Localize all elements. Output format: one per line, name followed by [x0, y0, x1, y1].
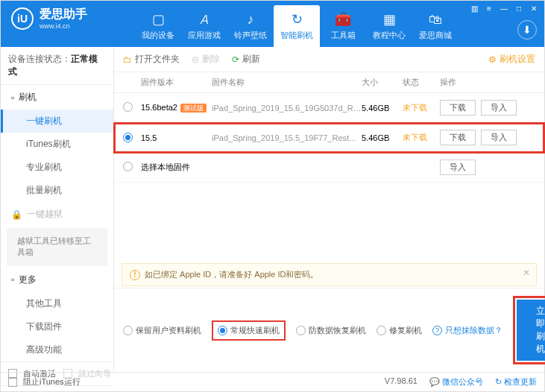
- close-notice-icon[interactable]: ✕: [523, 268, 530, 278]
- minimize-icon[interactable]: —: [498, 4, 510, 13]
- bag-icon: 🛍: [429, 12, 442, 28]
- nav-store[interactable]: 🛍爱思商城: [412, 5, 459, 47]
- download-circle-icon[interactable]: ⬇: [517, 20, 537, 39]
- btn-label: 刷新: [242, 53, 260, 66]
- logo-icon: iU: [11, 7, 34, 30]
- window-controls: ▥ ≡ — □ ✕: [468, 4, 540, 13]
- import-button[interactable]: 导入: [440, 159, 476, 175]
- sidebar-group-jailbreak[interactable]: 🔒一键越狱: [1, 202, 113, 227]
- opt-normal-flash[interactable]: 常规快速刷机: [212, 320, 286, 341]
- settings-icon[interactable]: ≡: [483, 4, 495, 13]
- local-firmware-row[interactable]: 选择本地固件 导入: [114, 153, 544, 183]
- import-button[interactable]: 导入: [481, 130, 517, 145]
- sidebar-item-batch[interactable]: 批量刷机: [1, 179, 113, 202]
- btn-label: 打开文件夹: [135, 53, 180, 66]
- checkbox-label: 阻止iTunes运行: [23, 376, 81, 388]
- block-itunes-checkbox[interactable]: 阻止iTunes运行: [8, 376, 81, 388]
- toolbox-icon: 🧰: [335, 11, 351, 28]
- firmware-row-selected[interactable]: 15.5 iPad_Spring_2019_15.5_19F77_Restore…: [114, 123, 544, 153]
- nav-apps[interactable]: 𝘈应用游戏: [181, 5, 227, 47]
- link-text: 只想抹除数据？: [445, 325, 503, 336]
- notice-text: 如已绑定 Apple ID，请准备好 Apple ID和密码。: [145, 269, 319, 280]
- sidebar-item-advanced[interactable]: 高级功能: [1, 338, 113, 361]
- radio-icon: [377, 326, 386, 335]
- firmware-row[interactable]: 15.6beta2测试版 iPad_Spring_2019_15.6_19G50…: [114, 93, 544, 123]
- sidebar-item-oneclick[interactable]: 一键刷机: [1, 110, 113, 133]
- open-folder-button[interactable]: 🗀打开文件夹: [123, 53, 180, 66]
- th-status: 状态: [403, 77, 440, 88]
- sidebar-group-flash[interactable]: ▫刷机: [1, 85, 113, 110]
- sidebar: 设备连接状态：正常模式 ▫刷机 一键刷机 iTunes刷机 专业刷机 批量刷机 …: [1, 47, 114, 372]
- import-button[interactable]: 导入: [481, 100, 517, 116]
- th-name: 固件名称: [212, 77, 362, 88]
- opt-keep-data[interactable]: 保留用户资料刷机: [123, 325, 201, 336]
- connection-status: 设备连接状态：正常模式: [1, 47, 113, 85]
- close-icon[interactable]: ✕: [528, 4, 540, 13]
- nav-flash[interactable]: ↻智能刷机: [274, 5, 320, 47]
- sidebar-item-itunes[interactable]: iTunes刷机: [1, 133, 113, 156]
- opt-label: 常规快速刷机: [230, 325, 280, 336]
- opt-label: 防数据恢复刷机: [309, 325, 366, 336]
- nav-ringtones[interactable]: ♪铃声壁纸: [227, 5, 274, 47]
- apple-id-notice: ! 如已绑定 Apple ID，请准备好 Apple ID和密码。 ✕: [122, 263, 537, 286]
- nav-my-device[interactable]: ▢我的设备: [135, 5, 181, 47]
- wechat-link[interactable]: 💬 微信公众号: [429, 376, 483, 388]
- sidebar-item-download-fw[interactable]: 下载固件: [1, 315, 113, 338]
- square-icon: ▫: [11, 274, 14, 285]
- jailbreak-note: 越狱工具已转移至工具箱: [7, 228, 107, 266]
- music-icon: ♪: [248, 12, 254, 28]
- nav-label: 爱思商城: [419, 30, 452, 41]
- erase-only-link[interactable]: ?只想抹除数据？: [432, 325, 503, 336]
- app-title: 爱思助手: [40, 7, 87, 22]
- fw-status: 未下载: [403, 132, 440, 143]
- fw-size: 5.46GB: [362, 104, 403, 113]
- maximize-icon[interactable]: □: [513, 4, 525, 13]
- nav-tutorials[interactable]: ▦教程中心: [366, 5, 412, 47]
- radio-icon: [296, 326, 306, 335]
- menu-icon[interactable]: ▥: [468, 4, 480, 13]
- nav-label: 应用游戏: [188, 30, 221, 41]
- flash-settings-button[interactable]: ⚙刷机设置: [488, 53, 535, 66]
- square-icon: ▫: [11, 92, 14, 103]
- gear-icon: ⚙: [488, 54, 497, 65]
- sidebar-item-pro[interactable]: 专业刷机: [1, 156, 113, 179]
- fw-name: iPad_Spring_2019_15.6_19G5037d_Restore.i…: [212, 104, 362, 113]
- fw-version: 15.6beta2: [141, 103, 177, 112]
- main-panel: 🗀打开文件夹 ⊖删除 ⟳刷新 ⚙刷机设置 固件版本 固件名称 大小 状态 操作 …: [114, 47, 544, 372]
- btn-label: 删除: [202, 53, 220, 66]
- radio-icon: [218, 326, 227, 335]
- update-icon: ↻: [495, 377, 502, 386]
- download-button[interactable]: 下载: [440, 100, 476, 116]
- refresh-button[interactable]: ⟳刷新: [232, 53, 260, 66]
- row-radio[interactable]: [123, 102, 133, 112]
- flash-now-button[interactable]: 立即刷机: [517, 300, 545, 361]
- nav-label: 铃声壁纸: [234, 30, 267, 41]
- th-version: 固件版本: [141, 77, 212, 88]
- sidebar-item-other[interactable]: 其他工具: [1, 292, 113, 315]
- device-icon: ▢: [152, 11, 165, 28]
- opt-label: 保留用户资料刷机: [136, 325, 201, 336]
- refresh-icon: ⟳: [232, 54, 239, 65]
- opt-label: 修复刷机: [389, 325, 422, 336]
- refresh-icon: ↻: [292, 11, 303, 28]
- row-radio[interactable]: [123, 162, 133, 171]
- download-button[interactable]: 下载: [440, 130, 476, 145]
- radio-icon: [123, 326, 133, 335]
- local-fw-label: 选择本地固件: [141, 162, 251, 173]
- sidebar-group-more[interactable]: ▫更多: [1, 268, 113, 292]
- wechat-icon: 💬: [429, 377, 440, 386]
- row-radio[interactable]: [123, 133, 133, 142]
- btn-label: 刷机设置: [500, 53, 535, 66]
- apps-icon: 𝘈: [201, 12, 209, 28]
- delete-button[interactable]: ⊖删除: [192, 53, 220, 66]
- th-size: 大小: [362, 77, 403, 88]
- table-header: 固件版本 固件名称 大小 状态 操作: [114, 72, 544, 93]
- check-update-link[interactable]: ↻ 检查更新: [495, 376, 537, 388]
- fw-name: iPad_Spring_2019_15.5_19F77_Restore.ipsw: [212, 133, 362, 142]
- question-icon: ?: [432, 326, 442, 335]
- fw-version: 15.5: [141, 133, 157, 142]
- nav-toolbox[interactable]: 🧰工具箱: [320, 5, 366, 47]
- opt-anti-recovery[interactable]: 防数据恢复刷机: [296, 325, 366, 336]
- opt-repair[interactable]: 修复刷机: [377, 325, 422, 336]
- beta-tag: 测试版: [180, 104, 207, 113]
